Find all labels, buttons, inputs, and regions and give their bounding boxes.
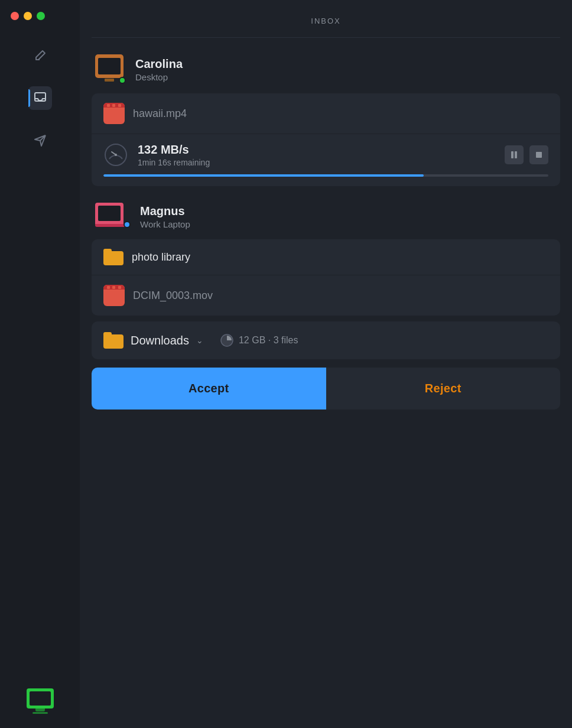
hawaii-filename: hawaii.mp4 [133,108,187,120]
carolina-device: Desktop [135,72,183,82]
magnus-info: Magnus Work Laptop [140,204,190,229]
svg-rect-1 [35,93,46,101]
pause-button[interactable] [505,145,524,164]
film-notch-3 [118,104,121,107]
monitor-screen [98,58,121,74]
carolina-name: Carolina [135,57,183,71]
action-row: Accept Reject [92,368,560,410]
accept-button[interactable]: Accept [92,368,326,410]
film-strip-2 [103,285,125,290]
dcim-filename: DCIM_0003.mov [133,290,213,302]
carolina-section: Carolina Desktop hawaii.mp4 [92,54,560,186]
film-notch-a [107,286,110,289]
dcim-video-icon [103,285,125,306]
speedometer-icon [103,142,128,167]
carolina-device-icon [95,54,126,85]
svg-rect-6 [515,151,517,158]
film-notch-b [112,286,115,289]
svg-line-4 [112,152,116,155]
film-strip [103,103,125,108]
photo-library-name: photo library [132,251,190,264]
page-title: INBOX [311,17,340,25]
card-spacer [92,177,560,186]
folder-body [103,251,124,265]
svg-rect-7 [536,152,542,158]
traffic-lights [0,12,45,20]
transfer-controls [505,145,548,164]
film-notch-2 [112,104,115,107]
sidebar-item-inbox[interactable] [28,86,52,110]
laptop-body [95,203,124,224]
page-header: INBOX [92,0,560,38]
carolina-transfer-card: hawaii.mp4 132 MB/s 1min 16s remaining [92,93,560,186]
downloads-label: Downloads [131,334,189,347]
sidebar [0,0,80,728]
film-notch-c [118,286,121,289]
downloads-row: Downloads ⌄ 12 GB · 3 files [92,321,560,359]
photo-library-row: photo library [92,239,560,275]
active-indicator [28,89,30,107]
sidebar-item-edit[interactable] [28,44,52,67]
magnus-name: Magnus [140,204,190,218]
downloads-folder-icon [103,332,124,349]
file-row-hawaii: hawaii.mp4 [92,93,560,134]
svg-rect-5 [511,151,514,158]
downloads-folder-body [103,334,124,349]
close-button[interactable] [11,12,19,20]
stop-button[interactable] [529,145,548,164]
magnus-transfer-card: photo library DCIM_0003.mov [92,239,560,316]
minimize-button[interactable] [24,12,32,20]
file-ext: .mp4 [163,108,187,119]
download-size-text: 12 GB · 3 files [239,335,298,346]
sidebar-bottom [27,688,54,728]
dcim-ext: .mov [190,290,213,301]
laptop-screen [98,206,121,221]
time-remaining: 1min 16s remaining [138,158,495,167]
desktop-monitor [95,54,124,78]
fullscreen-button[interactable] [37,12,45,20]
magnus-section: Magnus Work Laptop photo library [92,203,560,410]
download-size-info: 12 GB · 3 files [220,333,298,347]
reject-button[interactable]: Reject [326,368,561,410]
progress-section: 132 MB/s 1min 16s remaining [92,134,560,177]
magnus-sender-info: Magnus Work Laptop [92,203,560,231]
magnus-device: Work Laptop [140,219,190,229]
my-device-icon[interactable] [27,688,54,714]
sidebar-nav [28,44,52,688]
chevron-down-icon[interactable]: ⌄ [196,336,203,345]
carolina-info: Carolina Desktop [135,57,183,82]
main-content: INBOX Carolina Desktop [80,0,572,728]
connected-status-dot [124,221,131,228]
film-notch-1 [107,104,110,107]
transfer-speed: 132 MB/s [138,143,495,157]
speed-row: 132 MB/s 1min 16s remaining [103,142,548,167]
magnus-device-icon [95,203,131,231]
size-clock-icon [220,333,234,347]
folder-icon [103,249,124,265]
carolina-sender-info: Carolina Desktop [92,54,560,85]
video-file-icon [103,103,125,124]
progress-info: 132 MB/s 1min 16s remaining [138,143,495,167]
online-status-dot [119,77,126,84]
dcim-file-row: DCIM_0003.mov [92,275,560,316]
sidebar-item-send[interactable] [28,129,52,152]
